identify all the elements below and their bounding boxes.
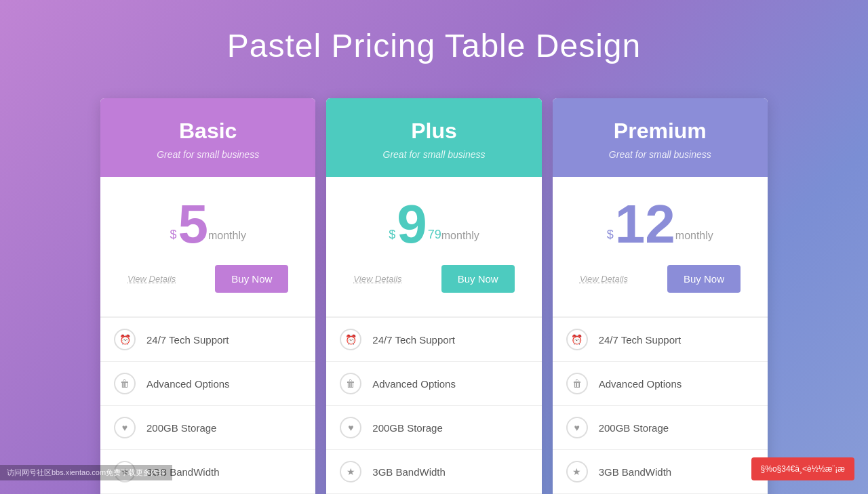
card-header-premium: Premium Great for small business (553, 98, 768, 177)
card-header-basic: Basic Great for small business (100, 98, 315, 177)
feature-icon-premium-1: 🗑 (566, 373, 588, 394)
card-subtitle-plus: Great for small business (340, 149, 528, 160)
feature-icon-premium-3: ★ (566, 461, 588, 482)
feature-label-plus-0: 24/7 Tech Support (372, 334, 454, 346)
feature-list-plus: ⏰ 24/7 Tech Support 🗑 Advanced Options ♥… (326, 317, 541, 493)
card-subtitle-basic: Great for small business (114, 149, 302, 160)
price-period-premium: monthly (675, 230, 713, 242)
price-cents-plus: 79 (428, 228, 441, 242)
pricing-card-premium: Premium Great for small business $ 12 mo… (553, 98, 768, 494)
feature-label-plus-3: 3GB BandWidth (372, 466, 446, 478)
feature-item-plus-3: ★ 3GB BandWidth (326, 449, 541, 493)
price-number-plus: 9 (397, 197, 427, 251)
card-title-premium: Premium (566, 119, 754, 144)
feature-label-premium-2: 200GB Storage (599, 422, 669, 434)
feature-label-plus-1: Advanced Options (372, 378, 456, 390)
feature-item-premium-1: 🗑 Advanced Options (553, 361, 768, 405)
feature-icon-basic-1: 🗑 (114, 373, 136, 394)
watermark-text: 访问网号社区bbs.xientao.com免费下载更多内容 (0, 465, 172, 480)
price-display-basic: $ 5 monthly (114, 197, 302, 251)
pricing-card-basic: Basic Great for small business $ 5 month… (100, 98, 315, 494)
feature-icon-plus-3: ★ (340, 461, 361, 482)
buy-button-premium[interactable]: Buy Now (667, 265, 741, 293)
card-title-basic: Basic (114, 119, 302, 144)
feature-icon-plus-2: ♥ (340, 417, 361, 438)
buy-button-basic[interactable]: Buy Now (215, 265, 288, 293)
feature-item-basic-2: ♥ 200GB Storage (100, 405, 315, 449)
price-display-premium: $ 12 monthly (566, 197, 754, 251)
feature-item-premium-2: ♥ 200GB Storage (553, 405, 768, 449)
feature-icon-premium-0: ⏰ (566, 329, 588, 350)
price-dollar-plus: $ (389, 228, 395, 242)
feature-item-basic-0: ⏰ 24/7 Tech Support (100, 317, 315, 361)
card-actions-premium: View Details Buy Now (566, 265, 754, 303)
feature-label-basic-1: Advanced Options (146, 378, 230, 390)
view-details-basic[interactable]: View Details (127, 274, 176, 284)
pricing-card-plus: Plus Great for small business $ 9 79 mon… (326, 98, 541, 494)
feature-list-premium: ⏰ 24/7 Tech Support 🗑 Advanced Options ♥… (553, 317, 768, 493)
feature-label-premium-1: Advanced Options (599, 378, 682, 390)
price-number-premium: 12 (615, 197, 675, 251)
feature-label-premium-0: 24/7 Tech Support (599, 334, 681, 346)
price-period-basic: monthly (208, 230, 246, 242)
feature-icon-premium-2: ♥ (566, 417, 588, 438)
price-section-plus: $ 9 79 monthly View Details Buy Now (326, 177, 541, 317)
price-dollar-premium: $ (607, 228, 614, 242)
price-number-basic: 5 (178, 197, 208, 251)
feature-item-plus-1: 🗑 Advanced Options (326, 361, 541, 405)
card-header-plus: Plus Great for small business (326, 98, 541, 177)
feature-icon-basic-2: ♥ (114, 417, 136, 438)
card-actions-basic: View Details Buy Now (114, 265, 302, 303)
view-details-premium[interactable]: View Details (580, 274, 628, 284)
feature-item-basic-1: 🗑 Advanced Options (100, 361, 315, 405)
price-display-plus: $ 9 79 monthly (340, 197, 528, 251)
card-title-plus: Plus (340, 119, 528, 144)
feature-icon-plus-1: 🗑 (340, 373, 361, 394)
pricing-container: Basic Great for small business $ 5 month… (95, 98, 773, 494)
price-section-premium: $ 12 monthly View Details Buy Now (553, 177, 768, 317)
feature-item-premium-0: ⏰ 24/7 Tech Support (553, 317, 768, 361)
feature-item-plus-2: ♥ 200GB Storage (326, 405, 541, 449)
card-subtitle-premium: Great for small business (566, 149, 754, 160)
feature-label-basic-2: 200GB Storage (146, 422, 216, 434)
feature-item-premium-3: ★ 3GB BandWidth (553, 449, 768, 493)
feature-label-basic-0: 24/7 Tech Support (146, 334, 229, 346)
feature-item-plus-0: ⏰ 24/7 Tech Support (326, 317, 541, 361)
price-dollar-basic: $ (170, 228, 176, 242)
price-section-basic: $ 5 monthly View Details Buy Now (100, 177, 315, 317)
view-details-plus[interactable]: View Details (353, 274, 401, 284)
card-actions-plus: View Details Buy Now (340, 265, 528, 303)
corner-badge[interactable]: §%o§34€ä¸<è½½æ¨¡æ (751, 457, 854, 480)
feature-label-premium-3: 3GB BandWidth (599, 466, 672, 478)
buy-button-plus[interactable]: Buy Now (441, 265, 515, 293)
feature-icon-plus-0: ⏰ (340, 329, 361, 350)
price-period-plus: monthly (441, 230, 479, 242)
page-title: Pastel Pricing Table Design (227, 27, 641, 64)
feature-icon-basic-0: ⏰ (114, 329, 136, 350)
feature-label-plus-2: 200GB Storage (372, 422, 442, 434)
